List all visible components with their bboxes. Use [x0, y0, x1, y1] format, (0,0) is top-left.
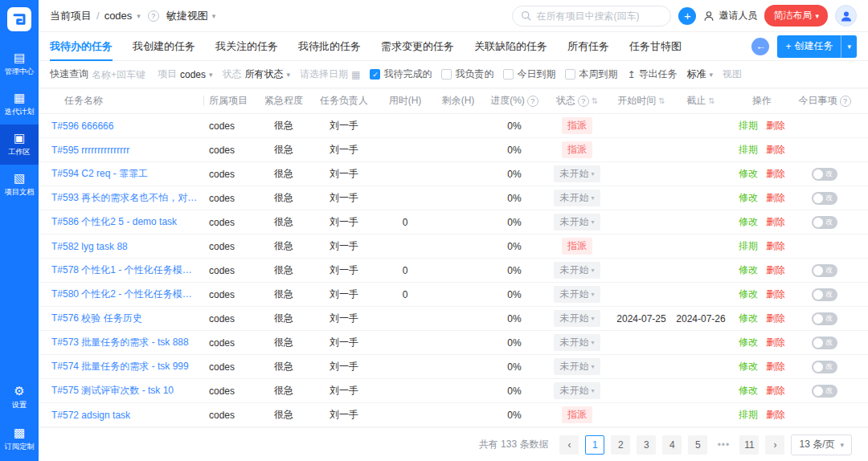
table-row[interactable]: T#576 校验 任务历史 codes 很急 刘一手 0% 未开始 ▾ 2024… [39, 307, 868, 331]
sidebar-item-subscription[interactable]: ▩ 订阅定制 [0, 419, 39, 459]
sidebar-item-management-center[interactable]: ▤ 管理中心 [0, 44, 39, 84]
search-input[interactable] [536, 10, 662, 22]
status-badge[interactable]: 指派 ▾ [562, 406, 592, 423]
page-button[interactable]: 3 [637, 435, 656, 455]
filter-checkbox-due-this-week[interactable]: 本周到期 [565, 67, 617, 81]
page-button[interactable]: 11 [739, 435, 759, 455]
task-name-link[interactable]: T#595 rrrrrrrrrrrrrrr [51, 145, 209, 156]
quick-search-input[interactable] [92, 69, 148, 80]
row-primary-action-link[interactable]: 修改 [739, 167, 758, 181]
quick-add-button[interactable]: + [678, 7, 696, 25]
tab-my-todo-tasks[interactable]: 我待办的任务 [50, 32, 113, 61]
table-row[interactable]: T#593 再长的需求名也不怕，对不对，显... codes 很急 刘一手 0%… [39, 186, 868, 210]
row-primary-action-link[interactable]: 排期 [739, 239, 758, 253]
page-button[interactable]: 1 [585, 435, 604, 455]
sort-icon[interactable]: ⇅ [592, 96, 598, 105]
quick-search[interactable]: 快速查询 [50, 67, 148, 81]
row-delete-link[interactable]: 删除 [766, 191, 785, 205]
row-primary-action-link[interactable]: 排期 [739, 119, 758, 133]
date-range-picker[interactable]: 请选择日期 ▦ [300, 67, 360, 81]
chevron-down-icon[interactable]: ▾ [137, 12, 141, 20]
table-row[interactable]: T#574 批量任务的需求 - tsk 999 codes 很急 刘一手 0% … [39, 355, 868, 379]
row-delete-link[interactable]: 删除 [766, 288, 785, 301]
page-button[interactable]: 4 [662, 435, 682, 455]
today-item-toggle[interactable]: 改 [812, 361, 837, 373]
row-primary-action-link[interactable]: 修改 [739, 312, 758, 325]
project-filter[interactable]: 项目 codes ▾ [158, 67, 213, 81]
today-item-toggle[interactable]: 改 [812, 264, 837, 277]
sort-icon[interactable]: ⇅ [708, 96, 714, 105]
today-item-toggle[interactable]: 改 [812, 312, 837, 325]
prev-page-button[interactable]: ‹ [559, 435, 579, 455]
task-name-link[interactable]: T#596 666666 [51, 120, 209, 132]
row-primary-action-link[interactable]: 修改 [739, 215, 758, 229]
global-search[interactable] [512, 6, 671, 27]
tab-followed-tasks[interactable]: 我关注的任务 [215, 32, 278, 61]
export-tasks-button[interactable]: ↥ 导出任务 [627, 67, 677, 81]
row-delete-link[interactable]: 删除 [766, 215, 785, 229]
status-badge[interactable]: 未开始 ▾ [554, 382, 600, 399]
row-primary-action-link[interactable]: 修改 [739, 360, 758, 373]
checkbox-icon[interactable] [503, 69, 514, 80]
task-name-link[interactable]: T#578 个性化1 - 个性化任务模板 自动任务1 [51, 263, 209, 277]
task-name-link[interactable]: T#575 测试评审次数 - tsk 10 [51, 384, 209, 398]
status-badge[interactable]: 未开始 ▾ [554, 310, 600, 327]
today-item-toggle[interactable]: 改 [812, 192, 837, 205]
row-primary-action-link[interactable]: 排期 [739, 143, 758, 157]
row-delete-link[interactable]: 删除 [766, 408, 785, 422]
status-badge[interactable]: 指派 ▾ [562, 117, 592, 134]
checkbox-checked-icon[interactable]: ✓ [370, 69, 380, 80]
help-icon[interactable]: ? [527, 96, 538, 107]
help-icon[interactable]: ? [578, 96, 589, 107]
next-page-button[interactable]: › [765, 435, 784, 455]
status-badge[interactable]: 未开始 ▾ [554, 358, 600, 375]
help-icon[interactable]: ? [148, 10, 159, 22]
sidebar-item-project-docs[interactable]: ▧ 项目文档 [0, 165, 39, 205]
status-badge[interactable]: 未开始 ▾ [554, 334, 600, 351]
status-badge[interactable]: 未开始 ▾ [554, 262, 600, 279]
row-primary-action-link[interactable]: 修改 [739, 191, 758, 205]
table-row[interactable]: T#575 测试评审次数 - tsk 10 codes 很急 刘一手 0% 未开… [39, 379, 868, 403]
filter-checkbox-due-today[interactable]: 今日到期 [503, 67, 555, 81]
status-badge[interactable]: 未开始 ▾ [554, 214, 600, 230]
row-delete-link[interactable]: 删除 [766, 384, 785, 398]
status-badge[interactable]: 指派 ▾ [562, 141, 592, 158]
today-item-toggle[interactable]: 改 [812, 168, 837, 181]
row-delete-link[interactable]: 删除 [766, 336, 785, 349]
current-project-dropdown[interactable]: codes [104, 10, 133, 22]
today-item-toggle[interactable]: 改 [812, 216, 837, 229]
task-name-link[interactable]: T#580 个性化2 - 个性化任务模板 自动任务1 [51, 288, 209, 301]
row-delete-link[interactable]: 删除 [766, 263, 785, 277]
table-row[interactable]: T#586 个性化2 5 - demo task codes 很急 刘一手 0 … [39, 210, 868, 235]
task-name-link[interactable]: T#576 校验 任务历史 [51, 312, 209, 325]
back-button[interactable]: ← [751, 38, 769, 55]
task-name-link[interactable]: T#573 批量任务的需求 - tsk 888 [51, 336, 209, 349]
sort-icon[interactable]: ⇅ [658, 96, 665, 105]
checkbox-icon[interactable] [565, 69, 575, 80]
view-mode-select[interactable]: 标准 ▾ [687, 67, 714, 81]
today-item-toggle[interactable]: 改 [812, 385, 837, 398]
page-button[interactable]: 5 [688, 435, 707, 455]
sidebar-item-iteration-plan[interactable]: ▦ 迭代计划 [0, 84, 39, 124]
row-primary-action-link[interactable]: 修改 [739, 384, 758, 398]
column-divider[interactable] [203, 96, 204, 106]
table-row[interactable]: T#572 adsign task codes 很急 刘一手 0% 指派 ▾ 排… [39, 403, 868, 427]
tab-all-tasks[interactable]: 所有任务 [567, 32, 609, 61]
help-icon[interactable]: ? [840, 96, 851, 107]
sidebar-item-settings[interactable]: ⚙ 设置 [0, 377, 39, 418]
row-primary-action-link[interactable]: 排期 [739, 408, 758, 422]
task-name-link[interactable]: T#593 再长的需求名也不怕，对不对，显... [51, 191, 209, 205]
tab-gantt-chart[interactable]: 任务甘特图 [629, 32, 682, 61]
tab-pending-approval[interactable]: 我待批的任务 [298, 32, 361, 61]
app-logo[interactable] [7, 7, 31, 31]
layout-mode-badge[interactable]: 简洁布局 ▾ [764, 5, 828, 27]
page-button[interactable]: 2 [611, 435, 630, 455]
row-primary-action-link[interactable]: 修改 [739, 288, 758, 301]
task-name-link[interactable]: T#572 adsign task [51, 410, 209, 421]
table-row[interactable]: T#573 批量任务的需求 - tsk 888 codes 很急 刘一手 0% … [39, 331, 868, 355]
status-badge[interactable]: 未开始 ▾ [554, 165, 600, 182]
table-row[interactable]: T#578 个性化1 - 个性化任务模板 自动任务1 codes 很急 刘一手 … [39, 259, 868, 283]
page-size-select[interactable]: 13 条/页 ▾ [791, 434, 852, 455]
task-name-link[interactable]: T#586 个性化2 5 - demo task [51, 215, 209, 229]
checkbox-icon[interactable] [441, 69, 452, 80]
